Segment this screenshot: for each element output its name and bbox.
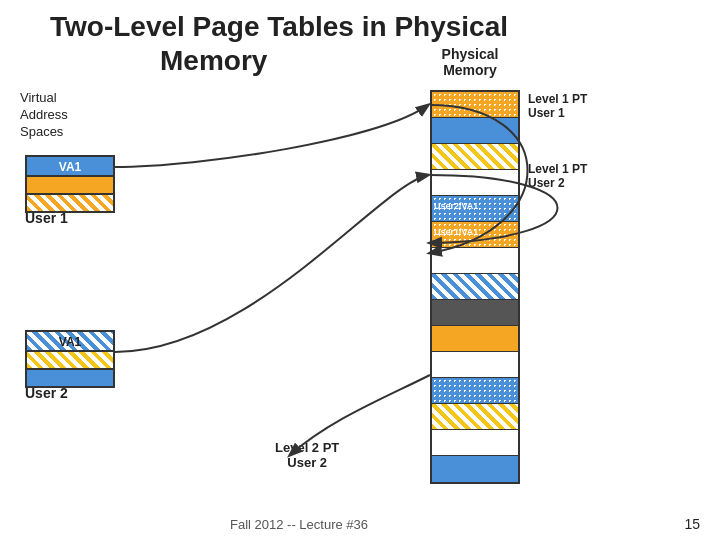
va1-user1-label: VA1: [27, 160, 113, 174]
phys-row-15: [432, 456, 518, 482]
physical-memory-column: User2/VA1 User1/VA1: [430, 90, 520, 484]
phys-row-2: [432, 118, 518, 144]
level2-pt-user2-label: Level 2 PTUser 2: [275, 440, 339, 470]
level1-pt-user1-label: Level 1 PTUser 1: [528, 92, 587, 120]
phys-row-3: [432, 144, 518, 170]
phys-row-11: [432, 352, 518, 378]
physical-memory-label: PhysicalMemory: [430, 46, 510, 78]
va1-user2-label: VA1: [27, 335, 113, 349]
user1-label: User 1: [25, 210, 68, 226]
phys-row-10: [432, 326, 518, 352]
footer-label: Fall 2012 -- Lecture #36: [230, 517, 368, 532]
virtual-address-label: VirtualAddressSpaces: [20, 90, 68, 141]
va-box-user2: VA1: [25, 330, 115, 388]
phys-row-9: [432, 300, 518, 326]
phys-row-12: [432, 378, 518, 404]
phys-row-4: [432, 170, 518, 196]
va-box-user1: VA1: [25, 155, 115, 213]
page-number: 15: [684, 516, 700, 532]
user2-label: User 2: [25, 385, 68, 401]
phys-row-6: User1/VA1: [432, 222, 518, 248]
phys-row-13: [432, 404, 518, 430]
level1-pt-user2-label: Level 1 PTUser 2: [528, 162, 587, 190]
phys-row-7: [432, 248, 518, 274]
arrows-overlay: [0, 0, 720, 540]
phys-row-5: User2/VA1: [432, 196, 518, 222]
phys-row-14: [432, 430, 518, 456]
phys-row-1: [432, 92, 518, 118]
phys-row-8: [432, 274, 518, 300]
